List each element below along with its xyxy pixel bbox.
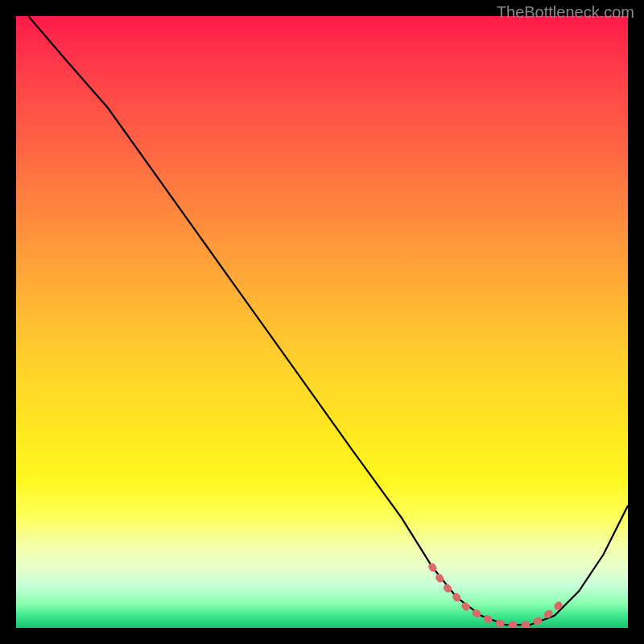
- highlight-markers: [432, 567, 567, 625]
- watermark-text: TheBottleneck.com: [497, 3, 634, 22]
- plot-area: [16, 16, 628, 628]
- chart-svg: [16, 16, 628, 628]
- main-curve: [28, 16, 628, 625]
